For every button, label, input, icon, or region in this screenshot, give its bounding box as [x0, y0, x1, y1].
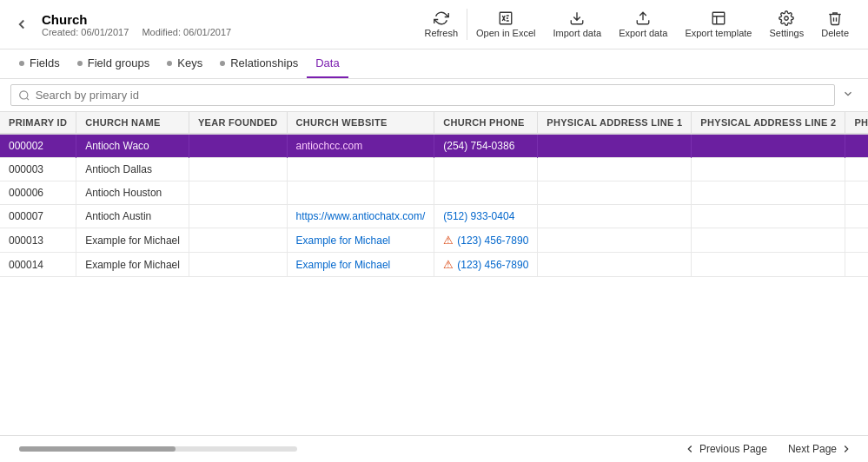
website-link[interactable]: antiochcc.com: [296, 140, 363, 152]
cell-church-name: Antioch Waco: [76, 134, 189, 158]
modified-label: Modified:: [142, 27, 181, 37]
cell-primary-id: 000006: [0, 182, 76, 205]
cell-physical-address-ext: [845, 158, 868, 182]
back-button[interactable]: [10, 13, 33, 36]
next-page-button[interactable]: Next Page: [783, 439, 858, 459]
cell-physical-address-1: [538, 158, 692, 182]
page-title: Church: [42, 12, 415, 27]
col-primary-id: PRIMARY ID: [0, 112, 76, 134]
search-bar: [0, 79, 868, 112]
cell-church-website[interactable]: Example for Michael: [287, 253, 434, 277]
warning-icon: ⚠: [443, 234, 454, 247]
cell-physical-address-ext: [845, 253, 868, 277]
cell-physical-address-2: [692, 253, 845, 277]
cell-year-founded: [189, 134, 287, 158]
cell-year-founded: [189, 182, 287, 205]
col-physical-address-2: PHYSICAL ADDRESS LINE 2: [692, 112, 845, 134]
cell-physical-address-ext: [845, 228, 868, 253]
phone-value: (123) 456-7890: [457, 234, 528, 247]
tab-fields[interactable]: Fields: [10, 50, 69, 78]
scrollbar-thumb: [19, 446, 176, 452]
cell-church-website: [287, 158, 434, 182]
toolbar: Refresh Open in Excel Import data Export…: [415, 7, 858, 42]
expand-search-icon[interactable]: [838, 84, 858, 106]
col-year-founded: YEAR FOUNDED: [189, 112, 287, 134]
cell-year-founded: [189, 158, 287, 182]
cell-primary-id: 000013: [0, 228, 76, 253]
cell-physical-address-ext: [845, 182, 868, 205]
cell-physical-address-1: [538, 134, 692, 158]
cell-physical-address-1: [538, 228, 692, 253]
svg-point-2: [785, 16, 789, 21]
cell-year-founded: [189, 253, 287, 277]
cell-physical-address-1: [538, 182, 692, 205]
col-church-phone: CHURCH PHONE: [434, 112, 538, 134]
header-info: Church Created: 06/01/2017 Modified: 06/…: [42, 12, 415, 37]
tab-keys-label: Keys: [177, 56, 202, 69]
cell-church-phone: (254) 754-0386: [434, 134, 538, 158]
export-template-icon: [711, 10, 726, 26]
tab-relationships-dot: [220, 61, 225, 66]
search-input-wrap: [10, 84, 835, 106]
cell-physical-address-ext: [845, 134, 868, 158]
table-row[interactable]: 000003Antioch Dallas: [0, 158, 868, 182]
cell-church-website[interactable]: Example for Michael: [287, 228, 434, 253]
tab-data[interactable]: Data: [307, 50, 348, 78]
cell-church-phone: ⚠(123) 456-7890: [434, 228, 538, 253]
table-row[interactable]: 000013Example for MichaelExample for Mic…: [0, 228, 868, 253]
chevron-left-icon: [684, 443, 696, 455]
cell-church-website[interactable]: antiochcc.com: [287, 134, 434, 158]
cell-church-name: Antioch Houston: [76, 182, 189, 205]
settings-icon: [779, 10, 794, 26]
cell-church-name: Example for Michael: [76, 253, 189, 277]
delete-icon: [827, 10, 843, 26]
tab-relationships[interactable]: Relationships: [211, 50, 307, 78]
cell-primary-id: 000003: [0, 158, 76, 182]
website-link[interactable]: https://www.antiochatx.com/: [296, 210, 426, 222]
cell-physical-address-1: [538, 253, 692, 277]
table-row[interactable]: 000007Antioch Austinhttps://www.antiocha…: [0, 205, 868, 228]
tab-keys-dot: [167, 61, 172, 66]
cell-church-website[interactable]: https://www.antiochatx.com/: [287, 205, 434, 228]
back-icon: [14, 16, 30, 32]
cell-church-phone: [434, 182, 538, 205]
tab-fields-label: Fields: [30, 56, 60, 69]
delete-button[interactable]: Delete: [812, 7, 858, 42]
import-icon: [569, 10, 585, 26]
pagination: Previous Page Next Page: [679, 439, 858, 459]
previous-page-button[interactable]: Previous Page: [679, 439, 772, 459]
created-date: 06/01/2017: [81, 27, 129, 37]
cell-primary-id: 000014: [0, 253, 76, 277]
tab-field-groups[interactable]: Field groups: [69, 50, 159, 78]
table-row[interactable]: 000014Example for MichaelExample for Mic…: [0, 253, 868, 277]
cell-physical-address-2: [692, 228, 845, 253]
refresh-button[interactable]: Refresh: [415, 7, 467, 42]
website-link[interactable]: Example for Michael: [296, 259, 391, 271]
col-physical-address-ext: PHYSICAL A...: [845, 112, 868, 134]
search-input[interactable]: [36, 89, 827, 102]
tab-data-label: Data: [315, 56, 339, 69]
excel-icon: [498, 10, 514, 26]
scrollbar-track[interactable]: [19, 446, 297, 452]
settings-button[interactable]: Settings: [760, 7, 812, 42]
cell-physical-address-ext: [845, 205, 868, 228]
cell-church-name: Antioch Austin: [76, 205, 189, 228]
cell-church-phone: [434, 158, 538, 182]
chevron-right-icon: [840, 443, 852, 455]
cell-primary-id: 000007: [0, 205, 76, 228]
cell-church-phone: (512) 933-0404: [434, 205, 538, 228]
website-link[interactable]: Example for Michael: [296, 234, 391, 247]
export-template-button[interactable]: Export template: [676, 7, 760, 42]
col-physical-address-1: PHYSICAL ADDRESS LINE 1: [538, 112, 692, 134]
cell-physical-address-2: [692, 205, 845, 228]
tab-fields-dot: [19, 61, 24, 66]
tab-field-groups-label: Field groups: [88, 56, 150, 69]
import-data-button[interactable]: Import data: [545, 7, 611, 42]
tab-keys[interactable]: Keys: [158, 50, 211, 78]
table-row[interactable]: 000002Antioch Wacoantiochcc.com(254) 754…: [0, 134, 868, 158]
cell-primary-id: 000002: [0, 134, 76, 158]
open-excel-button[interactable]: Open in Excel: [467, 7, 544, 42]
export-data-button[interactable]: Export data: [610, 7, 676, 42]
cell-year-founded: [189, 205, 287, 228]
table-row[interactable]: 000006Antioch Houston: [0, 182, 868, 205]
